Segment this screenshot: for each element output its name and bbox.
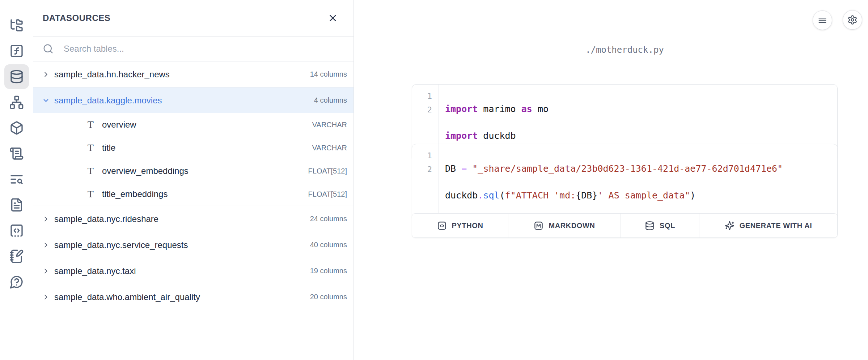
sidebar-item-logs[interactable] <box>4 141 29 166</box>
database-icon <box>9 69 24 84</box>
table-column-count: 4 columns <box>314 96 347 104</box>
type-text-icon: T <box>88 189 102 200</box>
code-line: DB = "_share/sample_data/23b0d623-1361-4… <box>445 162 783 176</box>
table-name: sample_data.who.ambient_air_quality <box>54 292 310 302</box>
chevron-down-icon <box>42 97 50 104</box>
notebook-filename[interactable]: ./motherduck.py <box>412 45 838 55</box>
table-column-count: 24 columns <box>310 215 347 223</box>
search-tables-input[interactable] <box>64 44 346 54</box>
settings-button[interactable] <box>843 10 862 30</box>
chevron-right-icon <box>42 70 50 78</box>
button-label: GENERATE WITH AI <box>740 222 812 230</box>
sidebar-item-help-chat[interactable] <box>4 270 29 294</box>
line-number: 2 <box>412 103 432 117</box>
square-function-icon <box>9 44 24 58</box>
add-markdown-cell-button[interactable]: MARKDOWN <box>508 214 621 237</box>
message-circle-question-icon <box>9 275 24 289</box>
table-row[interactable]: sample_data.who.ambient_air_quality 20 c… <box>33 284 353 310</box>
scroll-text-icon <box>9 146 24 161</box>
datasources-panel: DATASOURCES sample_data.hn.hacker_news 1… <box>33 0 354 360</box>
table-row[interactable]: sample_data.nyc.service_requests 40 colu… <box>33 232 353 258</box>
column-name: title_embeddings <box>102 189 308 199</box>
close-panel-button[interactable] <box>327 13 338 23</box>
datasources-panel-header: DATASOURCES <box>33 0 353 37</box>
hamburger-menu-icon <box>817 15 827 25</box>
table-row-selected[interactable]: sample_data.kaggle.movies 4 columns <box>33 87 353 113</box>
code-editor[interactable]: DB = "_share/sample_data/23b0d623-1361-4… <box>439 144 790 220</box>
table-column-count: 19 columns <box>310 267 347 275</box>
column-row[interactable]: T title_embeddings FLOAT[512] <box>33 183 353 206</box>
sidebar-item-datasources[interactable] <box>4 64 29 89</box>
network-icon <box>9 95 24 110</box>
table-name: sample_data.nyc.taxi <box>54 266 310 276</box>
code-cell[interactable]: 1 2 DB = "_share/sample_data/23b0d623-13… <box>412 144 838 220</box>
column-type: FLOAT[512] <box>308 167 347 175</box>
column-row[interactable]: T overview_embeddings FLOAT[512] <box>33 159 353 183</box>
code-line: import marimo as mo <box>445 102 549 116</box>
code-line: duckdb.sql(f"ATTACH 'md:{DB}' AS sample_… <box>445 189 783 202</box>
column-row[interactable]: T overview VARCHAR <box>33 113 353 136</box>
folder-tree-icon <box>9 18 24 33</box>
column-type: VARCHAR <box>312 121 347 129</box>
table-row[interactable]: sample_data.nyc.rideshare 24 columns <box>33 206 353 232</box>
sidebar-item-packages[interactable] <box>4 116 29 140</box>
sidebar-item-snippets[interactable] <box>4 218 29 243</box>
table-row[interactable]: sample_data.hn.hacker_news 14 columns <box>33 61 353 87</box>
button-label: PYTHON <box>452 222 483 230</box>
sidebar-item-variables[interactable] <box>4 39 29 63</box>
add-python-cell-button[interactable]: PYTHON <box>412 214 508 237</box>
button-label: SQL <box>660 222 675 230</box>
square-dashed-code-icon <box>9 223 24 238</box>
sidebar-rail <box>0 0 33 360</box>
chevron-right-icon <box>42 215 50 223</box>
column-name: title <box>102 143 312 153</box>
generate-with-ai-button[interactable]: GENERATE WITH AI <box>699 214 837 237</box>
text-search-icon <box>9 172 24 187</box>
tables-list: sample_data.hn.hacker_news 14 columns sa… <box>33 61 353 310</box>
line-number: 1 <box>412 89 432 103</box>
table-name: sample_data.hn.hacker_news <box>54 69 310 80</box>
column-type: VARCHAR <box>312 144 347 152</box>
table-name: sample_data.nyc.service_requests <box>54 240 310 250</box>
package-box-icon <box>9 121 24 135</box>
panel-title: DATASOURCES <box>43 13 110 23</box>
chevron-right-icon <box>42 267 50 275</box>
chevron-right-icon <box>42 241 50 249</box>
notebook-menu-button[interactable] <box>813 10 832 30</box>
sidebar-item-documentation[interactable] <box>4 193 29 217</box>
square-m-icon <box>534 221 543 231</box>
table-column-count: 20 columns <box>310 293 347 301</box>
column-row[interactable]: T title VARCHAR <box>33 136 353 159</box>
table-search-bar <box>33 37 353 61</box>
sidebar-item-file-tree[interactable] <box>4 13 29 38</box>
code-line: import duckdb <box>445 129 549 143</box>
square-code-icon <box>437 221 447 231</box>
line-number-gutter: 1 2 <box>412 144 439 220</box>
chevron-right-icon <box>42 293 50 301</box>
sidebar-item-tracebacks[interactable] <box>4 167 29 192</box>
search-icon <box>43 43 54 54</box>
table-row[interactable]: sample_data.nyc.taxi 19 columns <box>33 258 353 284</box>
table-column-count: 40 columns <box>310 241 347 249</box>
sidebar-item-dependencies[interactable] <box>4 90 29 115</box>
column-type: FLOAT[512] <box>308 190 347 198</box>
marimo-app: DATASOURCES sample_data.hn.hacker_news 1… <box>0 0 868 360</box>
file-text-icon <box>9 198 24 212</box>
table-name: sample_data.kaggle.movies <box>54 95 314 106</box>
close-icon <box>327 13 338 23</box>
add-cell-toolbar: PYTHON MARKDOWN SQL GENERATE WITH AI <box>412 213 838 238</box>
type-text-icon: T <box>88 143 102 153</box>
line-number: 2 <box>412 163 432 176</box>
button-label: MARKDOWN <box>549 222 595 230</box>
notebook-pen-icon <box>9 249 24 263</box>
type-text-icon: T <box>88 120 102 130</box>
line-number: 1 <box>412 149 432 163</box>
table-columns-list: T overview VARCHAR T title VARCHAR T ove… <box>33 113 353 206</box>
column-name: overview <box>102 120 312 130</box>
table-name: sample_data.nyc.rideshare <box>54 214 310 224</box>
add-sql-cell-button[interactable]: SQL <box>621 214 699 237</box>
sidebar-item-scratchpad[interactable] <box>4 244 29 269</box>
column-name: overview_embeddings <box>102 166 308 176</box>
sparkles-icon <box>725 221 734 231</box>
database-icon <box>645 221 655 231</box>
